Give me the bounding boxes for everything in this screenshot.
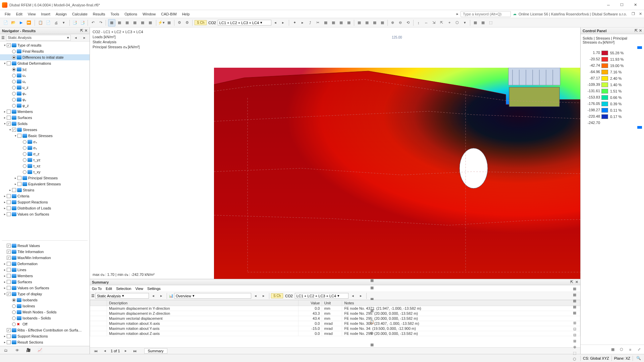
tb-extra-5[interactable]: ▦ [330, 19, 337, 26]
undo-button[interactable]: ↶ [89, 19, 97, 26]
tb-extra-19[interactable]: ↔ [423, 19, 430, 26]
menu-help[interactable]: Help [179, 11, 193, 17]
cp-btn-2[interactable]: ⬡ [618, 346, 625, 353]
tree-node[interactable]: ▸Distribution of Loads [0, 205, 90, 211]
calculate-button-2[interactable]: ⚙ [183, 19, 191, 26]
save-as-button[interactable]: ⏩ [25, 19, 33, 26]
tree-node[interactable]: ▾Basic Stresses [0, 133, 90, 139]
prev-page-button[interactable]: ◂ [101, 347, 109, 355]
tree-node[interactable]: τ_yz [0, 157, 90, 163]
cp-close-button[interactable]: ✕ [639, 28, 642, 33]
tb-extra-1[interactable]: ▸ [299, 19, 306, 26]
tree-node[interactable]: |u| [0, 66, 90, 72]
filter-button[interactable]: ⚡▾ [158, 19, 165, 26]
report-button[interactable]: 📑 [71, 19, 78, 26]
tree-node[interactable]: ▾✓Type of results [0, 42, 90, 48]
close-button[interactable]: ✕ [629, 0, 642, 10]
tree-node[interactable]: φₓ [0, 90, 90, 97]
summary-close-button[interactable]: ✕ [575, 280, 578, 284]
status-btn-10[interactable]: ⊕ [571, 344, 578, 350]
tree-node[interactable]: uᵧ [0, 78, 90, 84]
menu-results[interactable]: Results [90, 11, 108, 17]
status-btn-3[interactable]: ▦ [571, 304, 578, 310]
nav-tab-1[interactable]: 🗂 [2, 347, 9, 354]
save-button[interactable]: ▶ [17, 19, 25, 26]
tb-extra-15[interactable]: ⊖ [397, 19, 404, 26]
tb-extra-7[interactable]: ▦ [345, 19, 353, 26]
tree-node[interactable]: σₓ [0, 139, 90, 145]
tb-extra-9[interactable]: ▦ [356, 19, 363, 26]
open-button[interactable]: 📂 [10, 19, 17, 26]
status-btn-7[interactable]: ⊡ [571, 326, 578, 332]
copy-button[interactable]: 📋 [37, 19, 44, 26]
tb-extra-6[interactable]: ▦ [337, 19, 345, 26]
paste-button[interactable]: 📄 [45, 19, 52, 26]
next-page-button[interactable]: ▸ [122, 347, 129, 355]
status-btn-11[interactable]: ⬚ [571, 350, 578, 356]
sum-prev-1[interactable]: ◂ [150, 292, 157, 300]
menu-cad-bim[interactable]: CAD-BIM [158, 11, 179, 17]
sum-next-1[interactable]: ▸ [158, 292, 165, 300]
status-btn-8[interactable]: ⊟ [571, 332, 578, 338]
menu-insert[interactable]: Insert [38, 11, 53, 17]
tree-node[interactable]: ▸Strains [0, 187, 90, 193]
tree-node[interactable]: ▾Global Deformations [0, 60, 90, 66]
tree-node[interactable]: Isobands [0, 297, 90, 303]
summary-loadcombo[interactable]: LC1 + LC2 + LC3 + LC4▾ [295, 293, 348, 299]
tree-node[interactable]: ▸Criteria [0, 193, 90, 199]
summary-table[interactable]: DescriptionValueUnitNotesMaximum displac… [90, 300, 580, 347]
tree-node[interactable]: ▸Result Sections [0, 339, 90, 345]
status-btn-4[interactable]: ▦ [571, 310, 578, 316]
tree-node[interactable]: φ_z [0, 103, 90, 109]
tree-node[interactable]: ▾✓Type of display [0, 291, 90, 297]
tb-extra-11[interactable]: ▦ [371, 19, 378, 26]
tb-extra-22[interactable]: ⌖ [446, 19, 453, 26]
tb-extra-23[interactable]: ⬡ [453, 19, 461, 26]
status-btn-0[interactable]: ▦ [571, 286, 578, 292]
cp-pin-icon[interactable]: ⇱ [635, 28, 638, 33]
status-btn-2[interactable]: ▦ [571, 298, 578, 304]
pin-icon[interactable]: ⇱ [80, 28, 83, 33]
tree-node[interactable]: ✓Ribs - Effective Contribution on Surfa… [0, 327, 90, 333]
sum-next-2[interactable]: ▸ [260, 292, 267, 300]
summary-menu-selection[interactable]: Selection [116, 287, 131, 291]
cp-btn-1[interactable]: ▦ [609, 346, 616, 353]
menu-assign[interactable]: Assign [53, 11, 69, 17]
tb-extra-12[interactable]: ▦ [379, 19, 386, 26]
tree-node[interactable]: Isobands - Solids [0, 315, 90, 321]
tree-node[interactable]: ▸Values on Surfaces [0, 211, 90, 217]
view-btn-6[interactable]: ▦ [147, 19, 154, 26]
tb-extra-28[interactable]: ⬚ [487, 19, 494, 26]
sumtb-8[interactable]: ▦ [368, 284, 376, 292]
tb-extra-0[interactable]: ✦ [291, 19, 299, 26]
summary-tab[interactable]: Summary [144, 348, 167, 354]
tree-node[interactable]: ✓Result Values [0, 243, 90, 249]
summary-overview-combo[interactable]: Overview▾ [174, 293, 251, 299]
redo-button[interactable]: ↷ [97, 19, 104, 26]
tb-extra-18[interactable]: ↕ [415, 19, 422, 26]
tree-node[interactable]: φᵧ [0, 97, 90, 103]
tb-extra-16[interactable]: ⟲ [405, 19, 412, 26]
status-btn-12[interactable]: ⬡ [571, 356, 578, 362]
calculate-button[interactable]: ⚙ [176, 19, 183, 26]
menu-calculate[interactable]: Calculate [69, 11, 90, 17]
tree-node[interactable]: ▸Members [0, 273, 90, 279]
tree-node[interactable]: ✓Title Information [0, 249, 90, 255]
tree-node[interactable]: Isolines [0, 303, 90, 309]
chevron-down-icon[interactable]: ▾ [60, 19, 67, 26]
menu-tools[interactable]: Tools [108, 11, 122, 17]
tree-node[interactable]: ▸Support Reactions [0, 199, 90, 205]
minimize-button[interactable]: ─ [602, 0, 615, 10]
view-btn-3[interactable]: ▦ [123, 19, 131, 26]
nav-tab-4[interactable]: 📈 [36, 347, 44, 354]
sum-next-3[interactable]: ▸ [357, 292, 365, 300]
tree-node[interactable]: Final Results [0, 48, 90, 54]
summary-menu-settings[interactable]: Settings [147, 287, 161, 291]
tb-extra-27[interactable]: ▦ [479, 19, 487, 26]
tree-node[interactable]: ▾✓Stresses [0, 127, 90, 133]
filter-next-button[interactable]: ▸ [81, 34, 88, 42]
tree-node[interactable]: ✖Off [0, 321, 90, 327]
results-tree[interactable]: ▾✓Type of resultsFinal ResultsDifference… [0, 42, 90, 239]
tree-node[interactable]: ▸Members [0, 109, 90, 115]
tb-extra-3[interactable]: ✂ [314, 19, 322, 26]
